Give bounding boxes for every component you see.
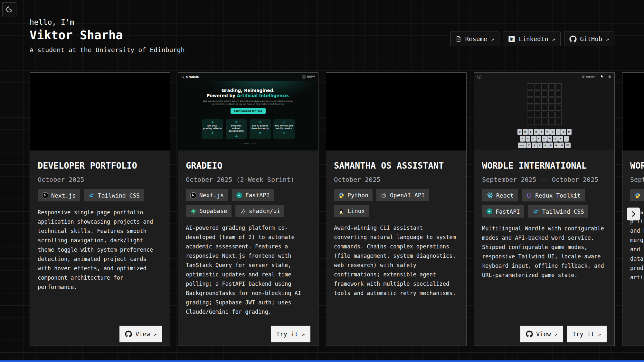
badge-python: Py	[630, 189, 644, 201]
gradeiq-logo: GradeIQ	[181, 75, 199, 79]
keyboard-key: E	[528, 129, 533, 135]
keyboard-key: M	[559, 143, 564, 148]
project-title: WORD	[630, 161, 644, 171]
wordle-tile	[534, 83, 540, 89]
wordle-preview-header: ? English ▾	[474, 73, 614, 80]
gradeiq-step-1: 1 Set your grading criteria	[202, 119, 223, 139]
keyboard-key: D	[531, 136, 536, 142]
gradeiq-logo-label: GradeIQ	[186, 75, 199, 79]
step-number: 1	[211, 121, 214, 124]
wordle-tile	[548, 105, 554, 111]
try-it-button[interactable]: Try it ↗	[271, 326, 310, 342]
badge-nextjs: Next.js	[186, 189, 228, 201]
theme-toggle-button[interactable]	[2, 2, 16, 16]
keyboard-key: B	[548, 143, 553, 148]
wordle-tile	[555, 90, 562, 97]
badge-label: Supabase	[199, 208, 227, 214]
redux-icon	[526, 192, 532, 199]
fastapi-icon	[486, 208, 493, 215]
wordle-tile	[534, 97, 540, 104]
wordle-tile	[527, 119, 533, 125]
gear-icon	[211, 131, 214, 135]
gradeiq-user-menu	[302, 75, 315, 79]
carousel-scrollbar[interactable]	[0, 360, 644, 362]
nextjs-icon	[190, 192, 196, 199]
keyboard-key: L	[564, 136, 569, 142]
external-link-arrow-icon: ↗	[301, 331, 305, 338]
keyboard-key: G	[542, 136, 547, 142]
wordle-tile	[527, 97, 533, 104]
badge-fastapi: FastAPI	[232, 189, 274, 201]
view-button[interactable]: View ↗	[520, 326, 563, 342]
github-label: GitHub	[580, 35, 602, 42]
gradeiq-headline-highlight: Artificial Intelligence.	[237, 93, 290, 98]
project-date: October 2025	[38, 176, 162, 183]
keyboard-key: N	[554, 143, 559, 148]
tailwind-icon	[88, 192, 95, 199]
hero-greeting: hello, I'm	[30, 18, 185, 26]
wordle-tile	[534, 112, 540, 118]
python-icon	[634, 192, 641, 199]
resume-label: Resume	[465, 35, 488, 42]
wordle-tile	[534, 105, 540, 111]
wordle-tile	[527, 90, 533, 97]
wordle-header-controls: English ▾	[582, 75, 611, 79]
shadcn-icon	[240, 208, 246, 214]
badge-label: Tailwind CSS	[542, 208, 584, 215]
badge-nextjs: Next.js	[38, 189, 80, 201]
project-links: View ↗ Try it ↗	[520, 326, 607, 342]
gradeiq-headline-line2: Powered by Artificial Intelligence.	[178, 93, 318, 98]
carousel-next-button[interactable]	[627, 208, 640, 220]
project-links: Try it ↗	[271, 326, 310, 342]
try-it-button[interactable]: Try it ↗	[567, 326, 607, 342]
projects-carousel: DEVELOPER PORTFOLIO October 2025 Next.js…	[30, 72, 644, 346]
keyboard-key: H	[547, 136, 552, 142]
gradeiq-hero: Grading, Reimagined. Powered by Artifici…	[178, 81, 318, 144]
badge-shadcn: shadcn/ui	[235, 205, 285, 217]
view-button[interactable]: View ↗	[119, 326, 162, 342]
globe-icon	[582, 75, 585, 78]
gradeiq-subtext-line2: and insightful feedback, so you can focu…	[178, 103, 318, 106]
moon-icon	[601, 75, 604, 78]
tech-badges: Next.js FastAPI Supabase shadcn/ui	[186, 189, 310, 217]
badge-label: Linux	[347, 208, 365, 214]
keyboard-key: W	[523, 129, 528, 135]
keyboard-key: O	[561, 129, 566, 135]
project-thumbnail	[622, 73, 644, 151]
badge-openai: OpenAI API	[376, 189, 429, 201]
gradeiq-cta-button: Start Grading for Free	[231, 108, 266, 114]
tech-badges: React Redux Toolkit FastAPI Tailwind CSS	[482, 189, 607, 218]
wordle-tile	[548, 112, 554, 118]
github-button[interactable]: GitHub ↗	[564, 32, 614, 46]
badge-label: shadcn/ui	[249, 208, 280, 214]
wordle-tile	[534, 119, 540, 125]
chevron-down-icon: ▾	[595, 76, 596, 78]
wordle-tile	[548, 83, 554, 89]
project-card-developer-portfolio: DEVELOPER PORTFOLIO October 2025 Next.js…	[30, 72, 170, 346]
keyboard-key: Y	[545, 129, 550, 135]
wordle-theme-toggle	[599, 75, 605, 79]
react-icon	[486, 192, 493, 199]
tailwind-icon	[532, 208, 539, 215]
badge-fastapi: FastAPI	[482, 205, 524, 218]
project-title: SAMANTHA OS ASSISTANT	[334, 161, 459, 171]
social-links: Resume ↗ in LinkedIn ↗ GitHub ↗	[450, 32, 614, 46]
try-it-button-label: Try it	[276, 330, 298, 338]
wordle-preview: ? English ▾	[474, 73, 614, 151]
external-link-arrow-icon: ↗	[598, 331, 601, 338]
wordle-tile	[534, 90, 540, 97]
badge-label: FastAPI	[245, 192, 270, 199]
keyboard-key: ENTER	[518, 143, 526, 148]
view-button-label: View	[135, 330, 150, 338]
gradeiq-user-text	[307, 75, 315, 79]
resume-button[interactable]: Resume ↗	[450, 32, 499, 46]
hero-header: hello, I'm Viktor Sharha A student at th…	[30, 18, 185, 54]
project-thumbnail: GradeIQ Grading, Reimagined. Powered by …	[178, 73, 318, 151]
gradeiq-preview-header: GradeIQ	[178, 73, 318, 81]
gradeiq-logo-icon	[181, 75, 185, 79]
github-icon	[526, 330, 533, 338]
linkedin-button[interactable]: in LinkedIn ↗	[503, 32, 560, 46]
keyboard-key: C	[537, 143, 542, 148]
external-link-arrow-icon: ↗	[606, 36, 609, 42]
gradeiq-step-3: 3 Our AI grades them instantly	[250, 119, 271, 139]
